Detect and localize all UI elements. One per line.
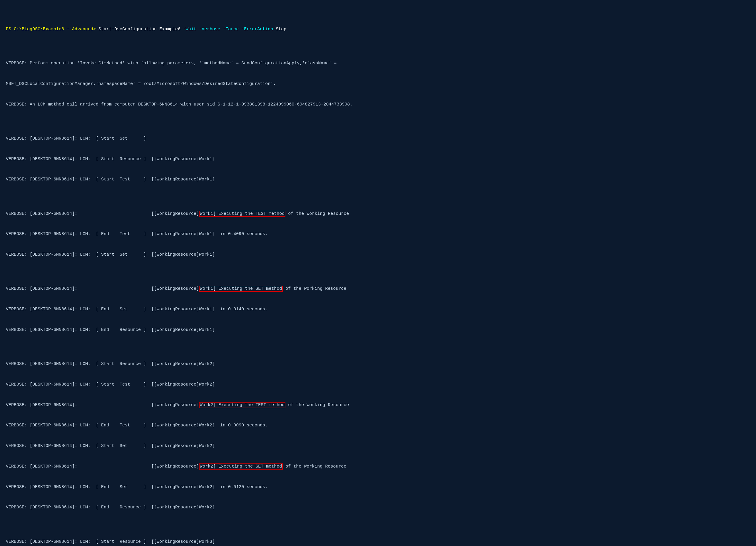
verbose-label: VERBOSE: Perform operation 'Invoke CimMe… [6,61,337,66]
lcm-end-resource-work2: VERBOSE: [DESKTOP-6NN8614]: LCM: [ End R… [6,504,750,511]
lcm-text: VERBOSE: [DESKTOP-6NN8614]: LCM: [ Start… [6,361,215,366]
lcm-text: VERBOSE: [DESKTOP-6NN8614]: LCM: [ End R… [6,327,215,332]
lcm-text: VERBOSE: [DESKTOP-6NN8614]: LCM: [ End T… [6,232,268,237]
verbose-text: VERBOSE: An LCM method call arrived from… [6,102,352,107]
prompt-line-start: PS C:\BlogDSC\Example6 - Advanced> Start… [6,26,750,33]
lcm-text: VERBOSE: [DESKTOP-6NN8614]: LCM: [ Start… [6,539,215,544]
lcm-start-resource-work1: VERBOSE: [DESKTOP-6NN8614]: LCM: [ Start… [6,156,750,163]
verbose-text: MSFT_DSCLocalConfigurationManager,'names… [6,81,276,86]
lcm-start-resource-work3: VERBOSE: [DESKTOP-6NN8614]: LCM: [ Start… [6,538,750,545]
lcm-text: VERBOSE: [DESKTOP-6NN8614]: LCM: [ Start… [6,252,215,257]
lcm-suffix: of the Working Resource [283,286,346,291]
work2-set-highlight: Work2] Executing the SET method [199,463,283,470]
lcm-text: VERBOSE: [DESKTOP-6NN8614]: [[WorkingRes… [6,403,199,408]
work2-test-highlight: Work2] Executing the TEST method [199,402,285,408]
lcm-text: VERBOSE: [DESKTOP-6NN8614]: [[WorkingRes… [6,286,199,291]
param-erroraction: -ErrorAction [241,27,276,32]
lcm-text: VERBOSE: [DESKTOP-6NN8614]: LCM: [ Start… [6,382,215,387]
work1-set-line: VERBOSE: [DESKTOP-6NN8614]: [[WorkingRes… [6,285,750,292]
lcm-end-set-work2: VERBOSE: [DESKTOP-6NN8614]: LCM: [ End S… [6,484,750,490]
param-force: -Force [223,27,241,32]
lcm-text: VERBOSE: [DESKTOP-6NN8614]: LCM: [ Start… [6,157,215,162]
param-stop: Stop [276,27,286,32]
verbose-line-2: MSFT_DSCLocalConfigurationManager,'names… [6,81,750,87]
work2-test-line: VERBOSE: [DESKTOP-6NN8614]: [[WorkingRes… [6,402,750,408]
lcm-text: VERBOSE: [DESKTOP-6NN8614]: LCM: [ Start… [6,177,215,182]
verbose-line-3: VERBOSE: An LCM method call arrived from… [6,101,750,108]
work1-test-line: VERBOSE: [DESKTOP-6NN8614]: [[WorkingRes… [6,210,750,217]
lcm-start-set: VERBOSE: [DESKTOP-6NN8614]: LCM: [ Start… [6,135,750,142]
lcm-end-test-work1: VERBOSE: [DESKTOP-6NN8614]: LCM: [ End T… [6,231,750,237]
lcm-start-set-work1: VERBOSE: [DESKTOP-6NN8614]: LCM: [ Start… [6,251,750,258]
lcm-text: VERBOSE: [DESKTOP-6NN8614]: LCM: [ Start… [6,443,215,448]
lcm-start-test-work2: VERBOSE: [DESKTOP-6NN8614]: LCM: [ Start… [6,381,750,388]
lcm-text: VERBOSE: [DESKTOP-6NN8614]: [[WorkingRes… [6,211,199,216]
terminal-window: PS C:\BlogDSC\Example6 - Advanced> Start… [6,5,750,546]
lcm-suffix: of the Working Resource [285,403,349,408]
lcm-end-test-work2: VERBOSE: [DESKTOP-6NN8614]: LCM: [ End T… [6,422,750,429]
lcm-text: VERBOSE: [DESKTOP-6NN8614]: LCM: [ End R… [6,505,215,510]
lcm-text: VERBOSE: [DESKTOP-6NN8614]: LCM: [ Start… [6,136,146,141]
lcm-text: VERBOSE: [DESKTOP-6NN8614]: LCM: [ End S… [6,307,268,312]
lcm-end-resource-work1: VERBOSE: [DESKTOP-6NN8614]: LCM: [ End R… [6,326,750,333]
lcm-start-set-work2: VERBOSE: [DESKTOP-6NN8614]: LCM: [ Start… [6,443,750,449]
prompt-text: PS C:\BlogDSC\Example6 - Advanced> [6,27,98,32]
work1-test-highlight: Work1] Executing the TEST method [199,211,285,217]
lcm-text: VERBOSE: [DESKTOP-6NN8614]: LCM: [ End T… [6,423,268,428]
work1-set-highlight: Work1] Executing the SET method [199,286,283,292]
work2-set-line: VERBOSE: [DESKTOP-6NN8614]: [[WorkingRes… [6,463,750,470]
lcm-start-resource-work2: VERBOSE: [DESKTOP-6NN8614]: LCM: [ Start… [6,361,750,367]
lcm-end-set-work1: VERBOSE: [DESKTOP-6NN8614]: LCM: [ End S… [6,306,750,313]
param-verbose: -Verbose [199,27,223,32]
lcm-text: VERBOSE: [DESKTOP-6NN8614]: LCM: [ End S… [6,485,268,490]
lcm-text: VERBOSE: [DESKTOP-6NN8614]: [[WorkingRes… [6,464,199,469]
param-wait: -Wait [183,27,199,32]
command-text: Start-DscConfiguration Example6 [98,27,183,32]
verbose-line-1: VERBOSE: Perform operation 'Invoke CimMe… [6,60,750,67]
lcm-start-test-work1: VERBOSE: [DESKTOP-6NN8614]: LCM: [ Start… [6,176,750,183]
lcm-suffix: of the Working Resource [283,464,346,469]
lcm-suffix: of the Working Resource [285,211,349,216]
